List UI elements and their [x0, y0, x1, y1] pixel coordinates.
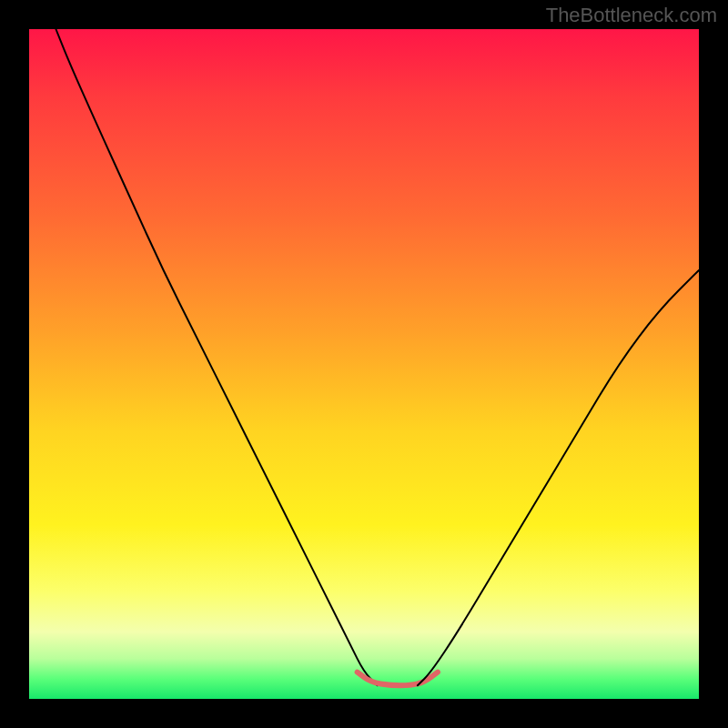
series-left-curve — [56, 29, 377, 685]
chart-frame: TheBottleneck.com — [0, 0, 728, 728]
series-trough-band — [358, 672, 438, 686]
watermark-text: TheBottleneck.com — [546, 4, 717, 27]
curve-layer — [29, 29, 699, 699]
plot-area — [29, 29, 699, 699]
series-right-curve — [418, 270, 699, 685]
